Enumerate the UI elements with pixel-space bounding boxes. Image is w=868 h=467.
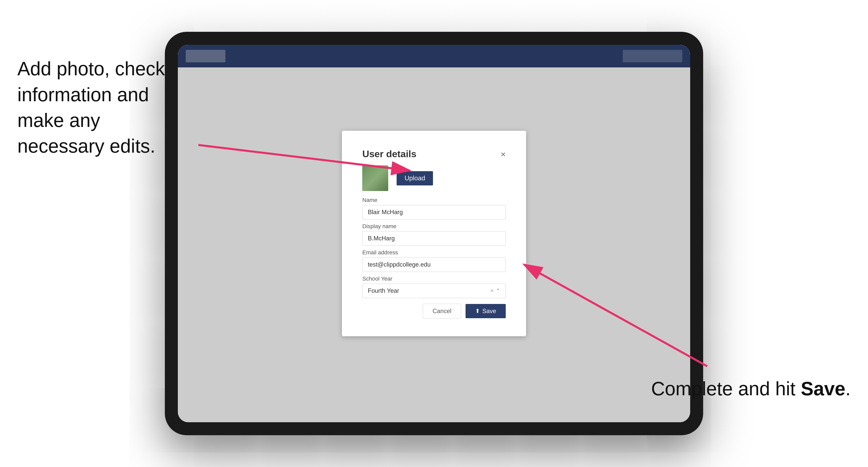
- annotation-right: Complete and hit Save.: [651, 376, 850, 402]
- school-year-field-group: School Year Fourth Year × ⌃: [362, 276, 506, 298]
- app-background: User details × Upload Name: [178, 45, 690, 422]
- annotation-left: Add photo, check information and make an…: [17, 56, 174, 159]
- cancel-button[interactable]: Cancel: [423, 304, 461, 318]
- upload-button[interactable]: Upload: [397, 171, 433, 185]
- display-name-label: Display name: [362, 223, 506, 230]
- photo-upload-row: Upload: [362, 165, 506, 191]
- select-controls: × ⌃: [490, 287, 500, 294]
- school-year-value: Fourth Year: [368, 287, 399, 294]
- photo-image: [362, 165, 388, 191]
- name-input[interactable]: [362, 205, 506, 219]
- display-name-input[interactable]: [362, 231, 506, 246]
- name-label: Name: [362, 197, 506, 204]
- email-field-group: Email address: [362, 249, 506, 272]
- tablet-device: User details × Upload Name: [165, 32, 703, 435]
- select-arrow-icon[interactable]: ⌃: [496, 288, 500, 293]
- name-field-group: Name: [362, 197, 506, 219]
- save-button[interactable]: ⬆ Save: [466, 304, 506, 318]
- user-details-modal: User details × Upload Name: [342, 131, 526, 336]
- display-name-field-group: Display name: [362, 223, 506, 246]
- save-label: Save: [482, 308, 496, 315]
- email-input[interactable]: [362, 257, 506, 272]
- select-clear-icon[interactable]: ×: [490, 287, 494, 294]
- photo-thumbnail: [362, 165, 388, 191]
- school-year-label: School Year: [362, 276, 506, 282]
- modal-footer: Cancel ⬆ Save: [362, 304, 506, 318]
- email-label: Email address: [362, 249, 506, 256]
- tablet-screen: User details × Upload Name: [178, 45, 690, 422]
- modal-title: User details: [362, 149, 416, 159]
- modal-overlay: User details × Upload Name: [178, 45, 690, 422]
- scene: Add photo, check information and make an…: [0, 0, 868, 467]
- school-year-select[interactable]: Fourth Year × ⌃: [362, 284, 506, 298]
- save-icon: ⬆: [475, 308, 480, 314]
- modal-title-bar: User details ×: [362, 149, 506, 159]
- close-icon[interactable]: ×: [501, 150, 506, 158]
